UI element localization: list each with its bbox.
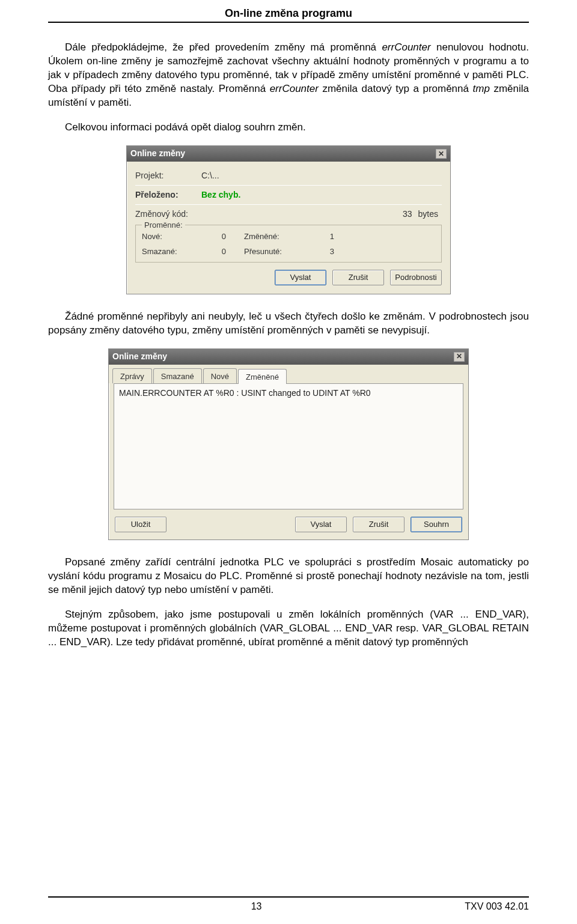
- change-code-unit: bytes: [418, 208, 438, 220]
- group-legend: Proměnné:: [142, 220, 185, 231]
- paragraph-4: Popsané změny zařídí centrální jednotka …: [48, 556, 529, 597]
- row-compiled: Přeloženo: Bez chyb.: [135, 189, 442, 201]
- paragraph-1: Dále předpokládejme, že před provedením …: [48, 41, 529, 110]
- compiled-label: Přeloženo:: [135, 189, 201, 201]
- zmenene-label: Změněné:: [244, 231, 304, 242]
- souhrn-button[interactable]: Souhrn: [411, 517, 462, 532]
- page-number: 13: [251, 900, 262, 913]
- row-change-code: Změnový kód: 33 bytes: [135, 208, 442, 220]
- project-value: C:\...: [201, 170, 442, 181]
- text: Dále předpokládejme, že před provedením …: [65, 41, 382, 53]
- dialog-body: Projekt: C:\... Přeloženo: Bez chyb. Změ…: [127, 162, 450, 294]
- var-tmp: tmp: [473, 83, 490, 94]
- dialog-online-changes-detail: Online změny ✕ Zprávy Smazané Nové Změně…: [108, 348, 469, 541]
- zrusit-button[interactable]: Zrušit: [332, 270, 384, 285]
- tabs: Zprávy Smazané Nové Změněné: [109, 365, 468, 384]
- text: změnila datový typ a proměnná: [319, 83, 473, 94]
- tab-smazane[interactable]: Smazané: [153, 368, 202, 384]
- footer: 13 TXV 003 42.01: [0, 898, 577, 913]
- separator: [135, 185, 442, 186]
- separator: [135, 204, 442, 205]
- ulozit-button[interactable]: Uložit: [115, 517, 166, 532]
- zmenene-value: 1: [316, 231, 340, 242]
- vyslat-button[interactable]: Vyslat: [295, 517, 347, 532]
- tab-nove[interactable]: Nové: [203, 368, 237, 384]
- titlebar-text: Online změny: [130, 148, 185, 159]
- paragraph-3: Žádné proměnné nepřibyly ani neubyly, le…: [48, 310, 529, 338]
- doc-id: TXV 003 42.01: [465, 900, 529, 913]
- zrusit-button[interactable]: Zrušit: [353, 517, 405, 532]
- titlebar-text: Online změny: [112, 351, 167, 362]
- group-variables: Proměnné: Nové: 0 Změněné: 1 Smazané: 0 …: [135, 225, 442, 263]
- change-code-label: Změnový kód:: [135, 208, 201, 220]
- titlebar: Online změny ✕: [127, 146, 450, 162]
- podrobnosti-button[interactable]: Podrobnosti: [390, 270, 442, 285]
- close-button[interactable]: ✕: [436, 149, 447, 159]
- page-header: On-line změna programu: [0, 0, 577, 22]
- smazane-value: 0: [208, 246, 232, 257]
- paragraph-5: Stejným způsobem, jako jsme postupovali …: [48, 608, 529, 649]
- header-rule: [48, 22, 529, 23]
- button-row: Vyslat Zrušit Podrobnosti: [135, 270, 442, 285]
- change-code-value: 33: [403, 208, 412, 220]
- titlebar: Online změny ✕: [109, 349, 468, 365]
- paragraph-2: Celkovou informaci podává opět dialog so…: [48, 121, 529, 135]
- close-icon: ✕: [438, 149, 444, 159]
- button-row: Uložit Vyslat Zrušit Souhrn: [109, 517, 468, 540]
- dialog-online-changes-summary: Online změny ✕ Projekt: C:\... Přeloženo…: [126, 145, 451, 294]
- vyslat-button[interactable]: Vyslat: [275, 270, 326, 285]
- var-errcounter-2: errCounter: [270, 83, 319, 94]
- smazane-label: Smazané:: [142, 246, 196, 257]
- project-label: Projekt:: [135, 170, 201, 181]
- tab-zmenene[interactable]: Změněné: [238, 369, 287, 384]
- compiled-value: Bez chyb.: [201, 189, 442, 201]
- detail-textarea[interactable]: MAIN.ERRCOUNTER AT %R0 : USINT changed t…: [114, 383, 463, 509]
- row-project: Projekt: C:\...: [135, 170, 442, 181]
- presunute-value: 3: [316, 246, 340, 257]
- tab-zpravy[interactable]: Zprávy: [112, 368, 152, 384]
- close-button[interactable]: ✕: [454, 352, 465, 362]
- nove-label: Nové:: [142, 231, 196, 242]
- presunute-label: Přesunuté:: [244, 246, 304, 257]
- var-errcounter: errCounter: [382, 41, 430, 53]
- page-content: Dále předpokládejme, že před provedením …: [0, 41, 577, 649]
- close-icon: ✕: [456, 351, 462, 361]
- nove-value: 0: [208, 231, 232, 242]
